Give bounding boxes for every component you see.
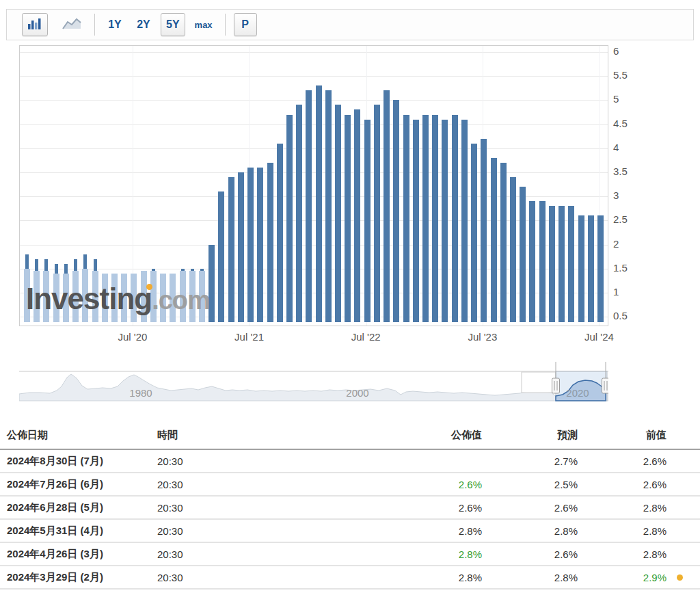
- chart-bar[interactable]: [325, 90, 332, 322]
- gridline: [20, 172, 608, 173]
- chart-bar[interactable]: [568, 206, 574, 322]
- chart-bar[interactable]: [520, 187, 526, 322]
- col-header-date: 公佈日期: [0, 429, 157, 442]
- navigator-mask-outline: [522, 372, 556, 393]
- chart-bar[interactable]: [267, 163, 273, 322]
- chart-bar-secondary[interactable]: [53, 274, 59, 322]
- y-axis-tick-label: 5.5: [613, 69, 641, 81]
- chart-bar-secondary[interactable]: [160, 274, 166, 322]
- navigator-label-2020: 2020: [566, 387, 589, 399]
- chart-bar[interactable]: [597, 215, 604, 322]
- chart-bar[interactable]: [296, 105, 302, 322]
- actual-value: 2.8%: [400, 525, 482, 537]
- forecast-value: 2.6%: [482, 502, 578, 514]
- gridline: [20, 100, 608, 101]
- chart-bar[interactable]: [393, 100, 399, 322]
- release-date: 2024年6月28日 (5月): [0, 501, 157, 514]
- chart-bar-secondary[interactable]: [180, 271, 186, 322]
- forecast-value: 2.8%: [482, 525, 578, 537]
- navigator-history-area: [19, 374, 608, 401]
- chart-bar[interactable]: [471, 144, 477, 322]
- chart-bar-secondary[interactable]: [111, 274, 118, 322]
- timeline-navigator[interactable]: 1980 2000 2020: [19, 360, 608, 403]
- previous-value: 2.9%: [578, 572, 667, 583]
- revision-dot-icon: [677, 574, 683, 581]
- toolbar-divider: [225, 14, 226, 36]
- chart-bar[interactable]: [208, 245, 215, 322]
- chart-bar[interactable]: [238, 172, 244, 322]
- chart-bar[interactable]: [558, 206, 565, 322]
- chart-bar[interactable]: [383, 90, 390, 322]
- chart-bar[interactable]: [335, 105, 341, 322]
- chart-bar[interactable]: [539, 201, 546, 322]
- previous-value: 2.8%: [578, 548, 667, 560]
- chart-bar-secondary[interactable]: [141, 271, 147, 322]
- chart-bar-secondary[interactable]: [82, 269, 88, 322]
- y-axis-tick-label: 6: [613, 45, 641, 57]
- chart-bar[interactable]: [374, 105, 380, 322]
- y-axis-tick-label: 5: [613, 93, 641, 105]
- chart-bar[interactable]: [413, 120, 419, 322]
- chart-bar[interactable]: [218, 191, 224, 322]
- chart-bar-secondary[interactable]: [150, 271, 157, 322]
- x-axis-tick-label: Jul '23: [468, 331, 497, 343]
- chart-bar[interactable]: [306, 90, 312, 322]
- range-button-5y-selected[interactable]: 5Y: [161, 13, 185, 36]
- chart-bar-secondary[interactable]: [102, 274, 108, 322]
- chart-bar[interactable]: [578, 215, 584, 322]
- bar-chart-type-button[interactable]: [22, 13, 48, 36]
- chart-bar[interactable]: [345, 115, 351, 322]
- release-time: 20:30: [157, 572, 400, 583]
- chart-bar[interactable]: [510, 177, 516, 322]
- col-header-time: 時間: [157, 429, 400, 442]
- chart-bar[interactable]: [529, 201, 535, 322]
- chart-bar-secondary[interactable]: [199, 271, 205, 322]
- history-table: 公佈日期 時間 公佈值 預測 前值 2024年8月30日 (7月)20:302.…: [0, 421, 700, 590]
- chart-bar[interactable]: [228, 177, 234, 322]
- chart-bar-secondary[interactable]: [131, 274, 137, 322]
- chart-bar-secondary[interactable]: [72, 271, 79, 322]
- p-button[interactable]: P: [234, 13, 257, 36]
- navigator-label-2000: 2000: [346, 387, 368, 399]
- chart-bar-secondary[interactable]: [63, 274, 69, 322]
- chart-bar[interactable]: [481, 139, 487, 322]
- range-button-1y[interactable]: 1Y: [103, 13, 126, 36]
- y-axis-tick-label: 1.5: [613, 262, 641, 274]
- chart-bar-secondary[interactable]: [43, 271, 49, 322]
- previous-value: 2.6%: [578, 455, 667, 467]
- chart-bar[interactable]: [549, 206, 555, 322]
- col-header-forecast: 預測: [482, 429, 578, 442]
- chart-bar[interactable]: [461, 120, 468, 322]
- chart-bar-secondary[interactable]: [170, 274, 176, 322]
- table-row: 2024年6月28日 (5月)20:302.6%2.6%2.8%: [0, 497, 700, 520]
- chart-bar[interactable]: [432, 115, 438, 322]
- chart-bar[interactable]: [354, 109, 360, 322]
- chart-bar[interactable]: [257, 168, 263, 322]
- table-row: 2024年7月26日 (6月)20:302.6%2.5%2.6%: [0, 473, 700, 497]
- line-chart-type-button[interactable]: [57, 13, 86, 36]
- forecast-value: 2.5%: [482, 479, 578, 490]
- chart-bar[interactable]: [442, 120, 448, 322]
- chart-plot-area: [19, 45, 608, 326]
- range-button-2y[interactable]: 2Y: [132, 13, 155, 36]
- chart-bar[interactable]: [286, 115, 293, 322]
- forecast-value: 2.7%: [482, 455, 578, 467]
- chart-bar[interactable]: [500, 163, 507, 322]
- chart-bar[interactable]: [277, 144, 283, 322]
- chart-bar[interactable]: [316, 85, 322, 322]
- chart-bar[interactable]: [491, 158, 497, 322]
- chart-bar[interactable]: [247, 168, 254, 322]
- chart-bar[interactable]: [364, 120, 371, 322]
- gridline: [20, 52, 608, 53]
- chart-bar-secondary[interactable]: [33, 271, 40, 322]
- range-button-max[interactable]: max: [191, 13, 217, 36]
- chart-bar-secondary[interactable]: [24, 269, 30, 322]
- chart-bar-secondary[interactable]: [92, 271, 98, 322]
- chart-bar-secondary[interactable]: [189, 271, 196, 322]
- chart-bar[interactable]: [403, 115, 409, 322]
- chart-bar-secondary[interactable]: [121, 274, 127, 322]
- chart-bar[interactable]: [422, 115, 429, 322]
- actual-value: 2.6%: [400, 502, 482, 514]
- chart-bar[interactable]: [452, 115, 458, 322]
- chart-bar[interactable]: [588, 215, 594, 322]
